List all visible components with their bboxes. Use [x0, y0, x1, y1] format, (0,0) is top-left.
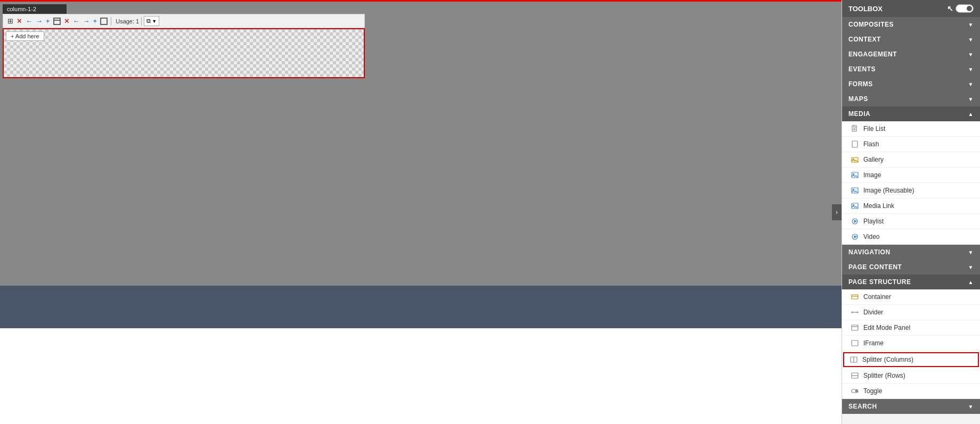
ps-item-editmode-label: Edit Mode Panel [863, 324, 910, 331]
ps-item-divider[interactable]: Divider [842, 305, 980, 320]
section-engagement[interactable]: ENGAGEMENT ▼ [842, 47, 980, 62]
gallery-icon [851, 155, 859, 164]
composites-chevron-icon: ▼ [968, 22, 974, 28]
engagement-chevron-icon: ▼ [968, 52, 974, 57]
svg-point-14 [853, 204, 854, 205]
playlist-icon [851, 217, 859, 226]
copy-icon: ⧉ [146, 18, 151, 24]
file-list-icon [851, 124, 859, 133]
ps-item-iframe[interactable]: IFrame [842, 336, 980, 351]
checkerboard-background [4, 29, 364, 77]
media-item-video-label: Video [863, 233, 879, 240]
media-link-icon [851, 202, 859, 210]
section-engagement-label: ENGAGEMENT [848, 51, 897, 58]
section-navigation-label: NAVIGATION [848, 248, 891, 256]
section-composites-label: COMPOSITES [848, 21, 894, 28]
collapse-sidebar-button[interactable]: › [832, 204, 842, 220]
page-content-chevron-icon: ▼ [968, 264, 974, 270]
media-item-video[interactable]: Video [842, 229, 980, 245]
toolbar-add-btn[interactable]: + [45, 17, 51, 25]
ps-item-editmode[interactable]: Edit Mode Panel [842, 320, 980, 336]
toolbox-title: TOOLBOX [848, 5, 883, 13]
media-item-image-reusable-label: Image (Reusable) [863, 187, 914, 194]
ps-item-splitter-columns-label: Splitter (Columns) [862, 356, 913, 363]
svg-rect-26 [852, 340, 858, 346]
column-toolbar: ⊞ ✕ ← → + ✕ ← → + Usage: 1 ⧉ ▼ [3, 14, 365, 28]
media-item-gallery[interactable]: Gallery [842, 152, 980, 168]
media-item-flash[interactable]: Flash [842, 137, 980, 152]
top-red-line [0, 0, 842, 2]
svg-rect-0 [54, 18, 60, 24]
section-page-content[interactable]: PAGE CONTENT ▼ [842, 260, 980, 275]
ps-item-splitter-rows[interactable]: Splitter (Rows) [842, 368, 980, 384]
toolbar-move-right2-btn[interactable]: → [82, 17, 91, 25]
section-forms[interactable]: FORMS ▼ [842, 77, 980, 92]
maps-chevron-icon: ▼ [968, 96, 974, 102]
section-events[interactable]: EVENTS ▼ [842, 62, 980, 77]
section-maps[interactable]: MAPS ▼ [842, 92, 980, 106]
svg-point-10 [853, 173, 854, 174]
splitter-columns-icon [850, 355, 858, 364]
section-forms-label: FORMS [848, 80, 873, 88]
section-maps-label: MAPS [848, 95, 868, 103]
toggle-icon [851, 387, 859, 395]
section-context[interactable]: CONTEXT ▼ [842, 32, 980, 47]
svg-point-12 [853, 189, 854, 190]
svg-rect-19 [852, 295, 858, 299]
white-area [0, 328, 842, 424]
section-media[interactable]: MEDIA ▲ [842, 106, 980, 121]
main-canvas: column-1-2 ⊞ ✕ ← → + ✕ ← → + Usage: 1 ⧉ … [0, 0, 842, 424]
svg-marker-18 [854, 236, 856, 238]
forms-chevron-icon: ▼ [968, 81, 974, 87]
toolbox-header: TOOLBOX ↖ [842, 0, 980, 17]
iframe-icon [851, 339, 859, 347]
section-page-content-label: PAGE CONTENT [848, 263, 902, 271]
section-page-structure[interactable]: PAGE STRUCTURE ▲ [842, 275, 980, 289]
media-item-image[interactable]: Image [842, 168, 980, 183]
media-item-playlist[interactable]: Playlist [842, 214, 980, 229]
ps-item-container[interactable]: Container [842, 289, 980, 305]
ps-item-toggle[interactable]: Toggle [842, 384, 980, 399]
toolbar-add2-btn[interactable]: + [92, 17, 99, 25]
section-context-label: CONTEXT [848, 36, 881, 43]
ps-item-iframe-label: IFrame [863, 339, 884, 347]
media-item-filelist[interactable]: File List [842, 121, 980, 137]
toolbar-separator2 [141, 17, 142, 26]
ps-item-container-label: Container [863, 293, 891, 301]
svg-marker-16 [854, 220, 856, 222]
toolbar-edit-btn[interactable]: ⊞ [6, 17, 14, 25]
media-item-gallery-label: Gallery [863, 156, 884, 163]
media-item-medialink[interactable]: Media Link [842, 198, 980, 214]
section-events-label: EVENTS [848, 65, 876, 73]
toolbar-move-left2-btn[interactable]: ← [72, 17, 81, 25]
media-chevron-icon: ▲ [968, 111, 974, 117]
toolbar-move-left-btn[interactable]: ← [24, 17, 34, 25]
ps-item-splitter-rows-label: Splitter (Rows) [863, 372, 905, 379]
column-label: column-1-2 [3, 4, 67, 14]
section-search[interactable]: SEARCH ▼ [842, 399, 980, 414]
copy-btn[interactable]: ⧉ ▼ [144, 16, 159, 26]
column-content-area: + Add here [3, 28, 365, 78]
media-items: File List Flash Gallery Image Image (Reu… [842, 121, 980, 245]
media-item-filelist-label: File List [863, 125, 885, 132]
ps-item-splitter-columns[interactable]: Splitter (Columns) [843, 352, 979, 367]
toolbox-toggle[interactable]: ↖ [947, 4, 974, 13]
page-structure-items: Container Divider Edit Mode Panel IFrame… [842, 289, 980, 399]
section-navigation[interactable]: NAVIGATION ▼ [842, 245, 980, 260]
section-composites[interactable]: COMPOSITES ▼ [842, 17, 980, 32]
toolbar-delete-btn[interactable]: ✕ [15, 17, 23, 25]
svg-rect-24 [852, 325, 858, 330]
media-item-image-reusable[interactable]: Image (Reusable) [842, 183, 980, 198]
events-chevron-icon: ▼ [968, 66, 974, 72]
context-chevron-icon: ▼ [968, 37, 974, 43]
toggle-switch[interactable] [956, 4, 974, 13]
toolbar-delete2-btn[interactable]: ✕ [63, 17, 71, 25]
toolbox-sidebar: TOOLBOX ↖ COMPOSITES ▼ CONTEXT ▼ ENGAGEM… [842, 0, 980, 424]
toolbar-move-right-btn[interactable]: → [35, 17, 44, 25]
media-item-playlist-label: Playlist [863, 218, 884, 225]
toolbar-cut-btn[interactable] [52, 17, 62, 26]
toolbar-frame-btn[interactable] [99, 17, 109, 26]
add-here-button[interactable]: + Add here [6, 31, 44, 41]
image-icon [851, 171, 859, 179]
column-widget: column-1-2 ⊞ ✕ ← → + ✕ ← → + Usage: 1 ⧉ … [3, 4, 365, 78]
